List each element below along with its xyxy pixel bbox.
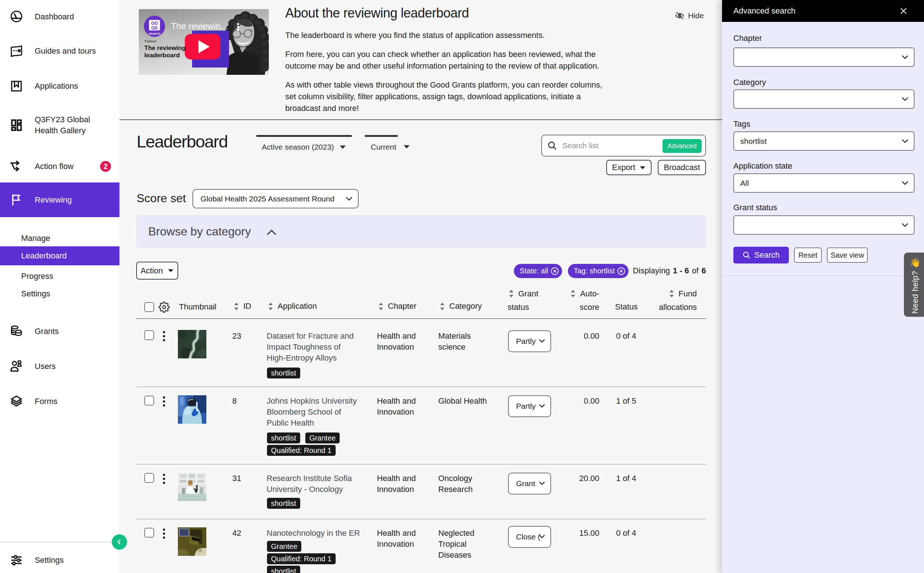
row-checkbox[interactable] [144, 473, 154, 483]
row-checkbox-wrap [144, 330, 154, 340]
sidebar-item-users[interactable]: Users [0, 352, 119, 380]
chevron-up-icon [266, 229, 277, 235]
tab-label: Current [371, 143, 396, 152]
hide-label: Hide [688, 11, 704, 20]
sidebar-subitem-settings[interactable]: Settings [0, 284, 119, 303]
tag-badge[interactable]: shortlist [267, 368, 300, 379]
column-header-status: Status [615, 302, 638, 312]
row-checkbox[interactable] [144, 528, 154, 538]
reset-button[interactable]: Reset [794, 247, 822, 263]
search-button[interactable]: Search [733, 247, 789, 263]
action-button[interactable]: Action [136, 262, 178, 280]
tab-current[interactable]: Current [365, 135, 410, 152]
sidebar-subitem-progress[interactable]: Progress [0, 267, 119, 286]
video-thumbnail[interactable]: GO OD GRANTS Feature The reviewing leade… [139, 9, 269, 75]
remove-filter-icon[interactable] [617, 267, 625, 275]
sidebar-item-label: Reviewing [35, 194, 72, 205]
remove-filter-icon[interactable] [551, 267, 559, 275]
grant-status-select[interactable]: Grant [508, 473, 551, 495]
thumbnail-image[interactable] [178, 330, 206, 359]
select-all-checkbox[interactable] [144, 302, 154, 312]
application-link[interactable]: Research Institute Sofia University - On… [267, 473, 376, 495]
broadcast-button[interactable]: Broadcast [658, 160, 706, 175]
thumbnail-image[interactable] [178, 473, 206, 501]
action-label: Action [141, 266, 163, 276]
save-view-button[interactable]: Save view [827, 247, 868, 263]
column-header-chapter[interactable]: Chapter [377, 301, 416, 311]
tab-active-season[interactable]: Active season (2023) [256, 135, 352, 152]
application-link[interactable]: Nanotechnology in the ER [267, 528, 383, 539]
sidebar-item-settings[interactable]: Settings [0, 546, 119, 573]
sidebar-subitem-leaderboard[interactable]: Leaderboard [0, 246, 119, 265]
application-state-select[interactable]: All [733, 173, 915, 193]
sidebar-item-gallery[interactable]: Q3FY23 Global Health Gallery [0, 108, 119, 142]
browse-by-category-bar[interactable]: Browse by category [136, 215, 706, 248]
sidebar-collapse-button[interactable] [112, 534, 127, 550]
sort-icon [377, 302, 384, 311]
grant-status-filter-select[interactable] [733, 215, 915, 235]
about-paragraph-1: The leaderboard is where you find the st… [285, 30, 629, 41]
layers-icon [9, 395, 24, 409]
row-menu-button[interactable] [163, 528, 165, 539]
thumbnail-image[interactable] [178, 395, 206, 424]
sidebar-subitem-manage[interactable]: Manage [0, 229, 119, 248]
field-label-grant-status: Grant status [733, 203, 777, 212]
row-menu-button[interactable] [163, 473, 165, 484]
row-menu-button[interactable] [163, 396, 165, 407]
chevron-down-icon [901, 222, 909, 227]
column-header-id[interactable]: ID [233, 301, 251, 311]
sidebar-item-forms[interactable]: Forms [0, 388, 119, 415]
tag-badge[interactable]: Qualified: Round 1 [267, 445, 336, 456]
column-header-grant-status[interactable]: Grant status [508, 287, 538, 314]
row-checkbox[interactable] [144, 330, 154, 340]
chapter-select[interactable] [733, 47, 915, 67]
column-header-category[interactable]: Category [439, 301, 482, 311]
sidebar-item-label: Users [35, 361, 55, 372]
field-label-tags: Tags [733, 119, 750, 129]
tag-badge[interactable]: shortlist [267, 498, 300, 509]
column-settings-button[interactable] [158, 301, 170, 313]
sidebar-item-action-flow[interactable]: Action flow 2 [0, 153, 119, 180]
score-set-label: Score set [136, 192, 186, 205]
column-header-fund-allocations[interactable]: Fund allocations [649, 287, 697, 314]
row-menu-button[interactable] [163, 330, 165, 341]
need-help-tab[interactable]: 👋 Need help? [904, 252, 924, 317]
grant-status-select[interactable]: Partly [508, 330, 551, 352]
search-box: Advanced [541, 135, 706, 157]
tag-badge[interactable]: shortlist [267, 566, 300, 573]
chevron-down-icon [539, 534, 545, 539]
grant-status-select[interactable]: Close (no grant) [508, 526, 551, 548]
application-link[interactable]: Dataset for Fracture and Impact Toughnes… [267, 331, 376, 363]
tag-badge[interactable]: shortlist [267, 432, 300, 443]
sidebar-item-guides-and-tours[interactable]: Guides and tours [0, 37, 119, 65]
filter-chip-tag[interactable]: Tag: shortlist [568, 264, 629, 278]
sidebar-item-dashboard[interactable]: Dashboard [0, 3, 119, 31]
sidebar-item-label: Forms [35, 396, 57, 407]
filter-chip-state[interactable]: State: all [514, 264, 562, 278]
sidebar-item-grants[interactable]: Grants [0, 318, 119, 345]
export-button[interactable]: Export [606, 160, 651, 175]
thumbnail-image[interactable] [178, 528, 206, 556]
sidebar-item-reviewing[interactable]: Reviewing [0, 183, 119, 217]
cell-category: Neglected Tropical Diseases [438, 528, 474, 560]
category-select[interactable] [733, 89, 915, 109]
field-label-chapter: Chapter [733, 34, 762, 43]
chevron-left-icon [116, 539, 123, 546]
score-set-select[interactable]: Global Health 2025 Assessment Round [193, 189, 359, 208]
advanced-button[interactable]: Advanced [662, 139, 701, 153]
close-icon[interactable] [899, 7, 908, 15]
tag-badge[interactable]: Grantee [267, 541, 301, 552]
column-header-application[interactable]: Application [267, 301, 317, 311]
column-header-auto-score[interactable]: Auto- score [570, 287, 599, 314]
grant-status-select[interactable]: Partly [508, 395, 551, 417]
score-set-value: Global Health 2025 Assessment Round [193, 194, 358, 203]
sidebar-divider [0, 542, 119, 542]
hide-link[interactable]: Hide [675, 11, 704, 20]
sidebar-item-applications[interactable]: Applications [0, 72, 119, 100]
tag-badge[interactable]: Qualified: Round 1 [267, 553, 336, 564]
displaying-count: Displaying 1 - 6 of 6 [633, 266, 706, 276]
tag-badge[interactable]: Grantee [305, 432, 340, 443]
tags-select[interactable]: shortlist [733, 132, 915, 151]
row-checkbox[interactable] [144, 396, 154, 405]
application-link[interactable]: Johns Hopkins University Bloomberg Schoo… [267, 396, 376, 429]
